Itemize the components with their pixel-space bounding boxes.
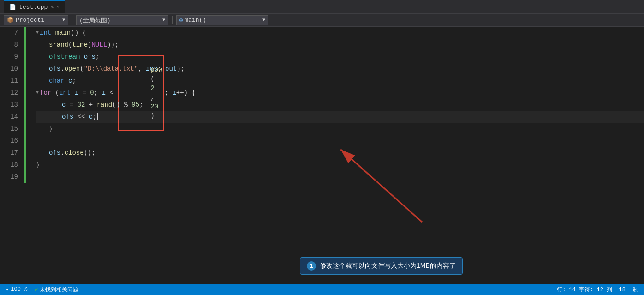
line-num-15: 15 — [4, 123, 18, 135]
code-line-16 — [36, 135, 644, 147]
code-line-17: ofs . close (); — [36, 147, 644, 159]
line-num-9: 9 — [4, 51, 18, 63]
title-bar: 📄 test.cpp ✎ × — [0, 0, 644, 14]
status-bar: ▾ 100 % ✔ 未找到相关问题 行: 14 字符: 12 列: 18 制 — [0, 284, 644, 295]
function-label: main() — [185, 17, 206, 24]
no-issues-icon: ✔ — [35, 286, 38, 293]
line-num-8: 8 — [4, 39, 18, 51]
collapse-7[interactable]: ▼ — [36, 27, 39, 39]
line-num-14: 14 — [4, 111, 18, 123]
project-dropdown-arrow: ▼ — [62, 18, 65, 23]
function-dropdown-arrow: ▼ — [262, 18, 265, 23]
zoom-decrease-btn[interactable]: ▾ — [6, 286, 9, 293]
status-right: 行: 14 字符: 12 列: 18 制 — [557, 286, 638, 294]
code-line-7: ▼ int main () { — [36, 27, 644, 39]
nav-separator-1 — [72, 16, 72, 24]
file-tab-name: test.cpp — [19, 4, 48, 11]
code-line-15: } — [36, 123, 644, 135]
no-issues-status: ✔ 未找到相关问题 — [35, 286, 78, 294]
project-dropdown[interactable]: 📦 Project1 ▼ — [4, 15, 68, 25]
code-line-8: srand ( time ( NULL )); — [36, 39, 644, 51]
code-line-14: ofs << c ; — [36, 111, 644, 123]
annotation-tooltip: 1 修改这个就可以向文件写入大小为1MB的内容了 — [300, 257, 463, 275]
navigation-bar: 📦 Project1 ▼ (全局范围) ▼ ◎ main() ▼ — [0, 14, 644, 27]
code-line-19 — [36, 171, 644, 183]
line-num-18: 18 — [4, 159, 18, 171]
line-numbers: 7 8 9 10 11 12 13 14 15 16 17 18 19 — [0, 27, 24, 284]
line-num-10: 10 — [4, 63, 18, 75]
function-dropdown[interactable]: ◎ main() ▼ — [176, 15, 268, 25]
nav-separator-2 — [172, 16, 173, 24]
line-num-19: 19 — [4, 171, 18, 183]
collapse-12[interactable]: ▼ — [36, 87, 39, 99]
tab-modified-indicator: ✎ — [50, 4, 54, 10]
project-icon: 📦 — [7, 17, 14, 24]
tooltip-number: 1 — [307, 261, 316, 271]
code-line-13: c = 32 + rand () % 95 ; — [36, 99, 644, 111]
tab-close-button[interactable]: × — [56, 4, 60, 10]
cursor — [97, 113, 98, 120]
file-tab[interactable]: 📄 test.cpp ✎ × — [4, 0, 65, 13]
scope-label: (全局范围) — [79, 16, 111, 24]
encoding: 制 — [633, 286, 638, 294]
zoom-level: 100 % — [11, 286, 27, 293]
line-num-17: 17 — [4, 147, 18, 159]
scope-dropdown[interactable]: (全局范围) ▼ — [76, 15, 168, 25]
code-line-18: } — [36, 159, 644, 171]
zoom-control[interactable]: ▾ 100 % — [6, 286, 27, 293]
tooltip-text: 修改这个就可以向文件写入大小为1MB的内容了 — [320, 262, 456, 270]
function-icon: ◎ — [179, 17, 183, 24]
line-num-7: 7 — [4, 27, 18, 39]
breakpoint-area — [24, 27, 32, 284]
code-line-12: ▼ for ( int i = 0 ; i < pow ( 2 , 20 ) ;… — [36, 87, 644, 99]
code-editor[interactable]: ▼ int main () { srand ( time ( NULL )); … — [32, 27, 644, 284]
project-label: Project1 — [16, 17, 44, 24]
line-num-13: 13 — [4, 99, 18, 111]
file-tab-icon: 📄 — [9, 4, 16, 11]
no-issues-text: 未找到相关问题 — [40, 286, 78, 294]
line-num-16: 16 — [4, 135, 18, 147]
line-num-12: 12 — [4, 87, 18, 99]
editor-area: 7 8 9 10 11 12 13 14 15 16 17 18 19 ▼ in… — [0, 27, 644, 284]
green-indicator — [24, 27, 26, 183]
line-num-11: 11 — [4, 75, 18, 87]
cursor-position: 行: 14 字符: 12 列: 18 — [557, 286, 626, 294]
scope-dropdown-arrow: ▼ — [162, 18, 165, 23]
